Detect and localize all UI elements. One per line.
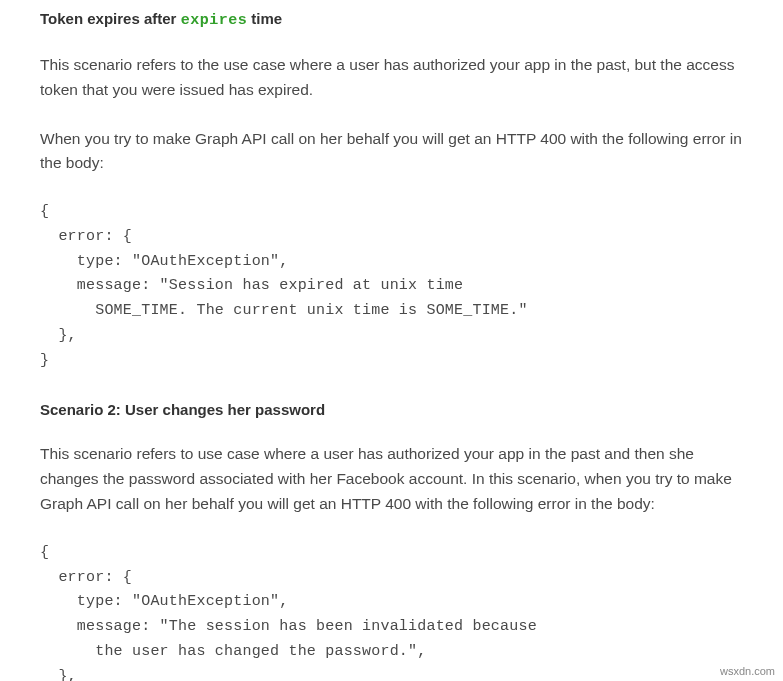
heading-text-prefix: Token expires after xyxy=(40,10,181,27)
section2-code-block: { error: { type: "OAuthException", messa… xyxy=(40,541,743,681)
document-content: Token expires after expires time This sc… xyxy=(0,0,783,681)
heading-text-suffix: time xyxy=(247,10,282,27)
section1-paragraph2: When you try to make Graph API call on h… xyxy=(40,127,743,177)
section1-paragraph1: This scenario refers to the use case whe… xyxy=(40,53,743,103)
watermark-text: wsxdn.com xyxy=(720,665,775,677)
section1-code-block: { error: { type: "OAuthException", messa… xyxy=(40,200,743,373)
heading-keyword: expires xyxy=(181,12,248,29)
section1-heading: Token expires after expires time xyxy=(40,10,743,29)
section2-heading: Scenario 2: User changes her password xyxy=(40,401,743,418)
section2-paragraph1: This scenario refers to use case where a… xyxy=(40,442,743,516)
